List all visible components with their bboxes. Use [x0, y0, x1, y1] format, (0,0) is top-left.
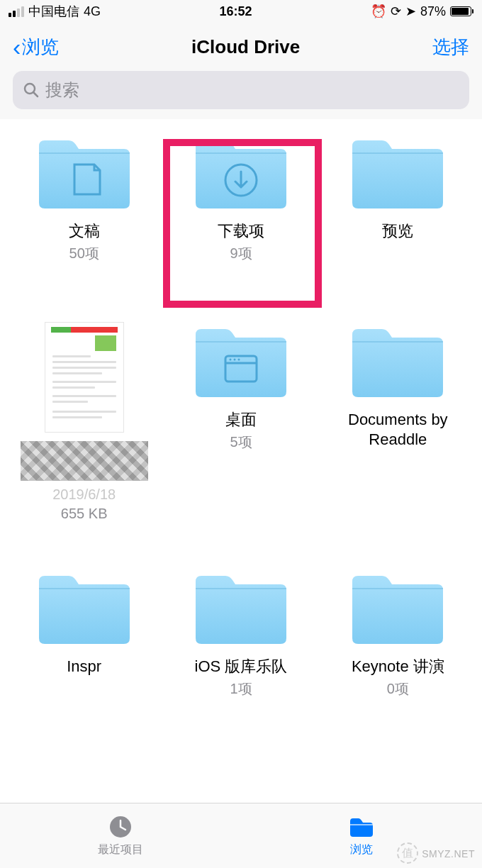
- lock-rotation-icon: ⟳: [391, 4, 401, 19]
- network-label: 4G: [84, 4, 101, 19]
- folder-label: iOS 版库乐队: [195, 657, 288, 677]
- status-bar: 中国电信 4G 16:52 ⏰ ⟳ ➤ 87%: [0, 0, 482, 23]
- back-button[interactable]: ‹ 浏览: [13, 35, 59, 60]
- folder-preview[interactable]: 预览: [321, 133, 475, 275]
- svg-line-1: [33, 92, 38, 96]
- tab-label: 最近项目: [98, 842, 143, 857]
- watermark-badge: 值: [397, 842, 418, 864]
- folder-meta: 9项: [230, 244, 252, 263]
- search-placeholder: 搜索: [45, 79, 79, 101]
- folder-inspr[interactable]: Inspr: [7, 569, 161, 711]
- page-title: iCloud Drive: [59, 36, 432, 58]
- folder-icon: [348, 569, 447, 648]
- file-date: 2019/6/18: [52, 486, 116, 503]
- file-size: 655 KB: [61, 506, 108, 522]
- chevron-left-icon: ‹: [13, 35, 21, 59]
- folder-meta: 0项: [387, 679, 409, 699]
- folder-meta: 1项: [230, 679, 252, 699]
- folder-downloads[interactable]: 下载项 9项: [164, 133, 318, 275]
- watermark-text: SMYZ.NET: [422, 848, 475, 859]
- folder-meta: 5项: [230, 433, 252, 452]
- clock-icon: [108, 814, 133, 840]
- folder-desktop[interactable]: 桌面 5项: [164, 322, 318, 522]
- folder-keynote[interactable]: Keynote 讲演 0项: [321, 569, 475, 711]
- folder-label: 文稿: [69, 221, 100, 241]
- folder-meta: 50项: [69, 244, 99, 263]
- folder-label: 桌面: [225, 410, 257, 430]
- folder-icon: [348, 322, 447, 401]
- folder-label: 预览: [382, 221, 413, 241]
- location-icon: ➤: [405, 4, 416, 19]
- search-icon: [23, 82, 40, 99]
- document-thumb-icon: [45, 322, 124, 433]
- tab-recent[interactable]: 最近项目: [0, 803, 241, 868]
- folder-garageband[interactable]: iOS 版库乐队 1项: [164, 569, 318, 711]
- folder-label: Keynote 讲演: [352, 657, 444, 677]
- alarm-icon: ⏰: [371, 4, 386, 19]
- battery-percent: 87%: [420, 4, 446, 19]
- signal-icon: [9, 6, 24, 17]
- file-name-redacted: [21, 441, 148, 481]
- svg-point-5: [229, 359, 231, 361]
- svg-rect-9: [350, 824, 373, 825]
- search-input[interactable]: 搜索: [13, 71, 469, 109]
- clock: 16:52: [101, 4, 371, 19]
- folder-icon: [35, 133, 134, 213]
- folder-icon: [191, 322, 291, 401]
- file-item[interactable]: 2019/6/18 655 KB: [7, 322, 161, 522]
- tab-label: 浏览: [350, 842, 373, 857]
- search-container: 搜索: [0, 71, 482, 119]
- battery-icon: [450, 6, 473, 16]
- nav-bar: ‹ 浏览 iCloud Drive 选择: [0, 23, 482, 71]
- folder-icon: [191, 569, 291, 648]
- folder-label: 下载项: [218, 221, 264, 241]
- content-area: 文稿 50项 下载项 9项 预览: [0, 119, 482, 803]
- carrier-label: 中国电信: [28, 3, 79, 20]
- folder-icon: [348, 133, 447, 213]
- folder-label: Documents by Readdle: [330, 410, 465, 449]
- svg-point-6: [233, 359, 235, 361]
- folder-icon: [35, 569, 134, 648]
- svg-point-7: [237, 359, 240, 361]
- folder-icon: [191, 133, 291, 213]
- folder-documents[interactable]: 文稿 50项: [7, 133, 161, 275]
- folder-label: Inspr: [67, 657, 101, 677]
- folder-tab-icon: [347, 814, 376, 840]
- select-button[interactable]: 选择: [432, 35, 469, 60]
- folder-documents-readdle[interactable]: Documents by Readdle: [321, 322, 475, 522]
- back-label: 浏览: [22, 35, 59, 60]
- folder-grid: 文稿 50项 下载项 9项 预览: [7, 133, 475, 711]
